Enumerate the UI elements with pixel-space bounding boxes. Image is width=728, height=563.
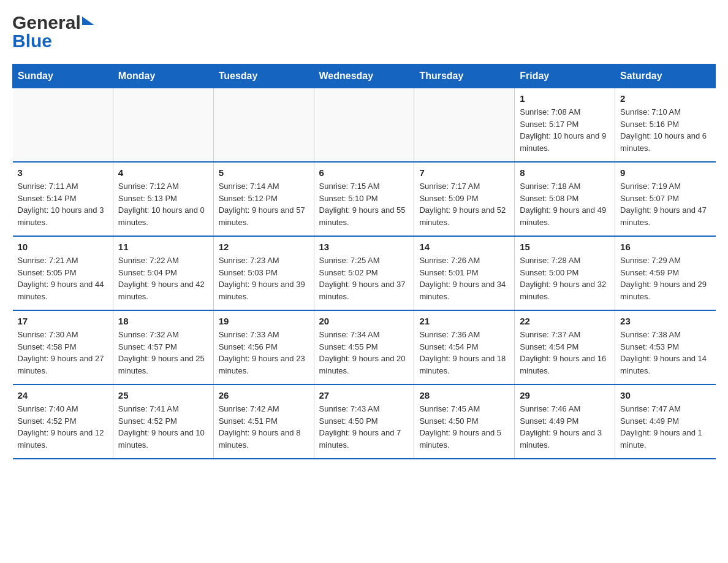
day-number: 24: [18, 390, 108, 400]
calendar-cell: 6Sunrise: 7:15 AMSunset: 5:10 PMDaylight…: [314, 162, 414, 236]
day-number: 23: [620, 316, 710, 326]
day-detail: Sunrise: 7:18 AMSunset: 5:08 PMDaylight:…: [520, 180, 610, 228]
day-number: 16: [620, 242, 710, 252]
day-detail: Sunrise: 7:22 AMSunset: 5:04 PMDaylight:…: [118, 255, 208, 302]
day-number: 25: [118, 390, 208, 400]
calendar-cell: 8Sunrise: 7:18 AMSunset: 5:08 PMDaylight…: [515, 162, 615, 236]
day-number: 12: [219, 242, 309, 252]
calendar-week-4: 17Sunrise: 7:30 AMSunset: 4:58 PMDayligh…: [13, 310, 716, 385]
calendar-cell: 29Sunrise: 7:46 AMSunset: 4:49 PMDayligh…: [515, 385, 615, 459]
calendar-table: SundayMondayTuesdayWednesdayThursdayFrid…: [12, 64, 716, 459]
header-saturday: Saturday: [615, 64, 716, 88]
day-detail: Sunrise: 7:46 AMSunset: 4:49 PMDaylight:…: [520, 403, 610, 451]
calendar-cell: 14Sunrise: 7:26 AMSunset: 5:01 PMDayligh…: [414, 236, 515, 310]
day-detail: Sunrise: 7:17 AMSunset: 5:09 PMDaylight:…: [419, 180, 509, 228]
calendar-cell: 9Sunrise: 7:19 AMSunset: 5:07 PMDaylight…: [615, 162, 716, 236]
day-number: 18: [118, 316, 208, 326]
calendar-header-row: SundayMondayTuesdayWednesdayThursdayFrid…: [13, 64, 716, 88]
day-number: 2: [620, 93, 710, 104]
header-friday: Friday: [515, 64, 615, 88]
calendar-cell: 2Sunrise: 7:10 AMSunset: 5:16 PMDaylight…: [615, 88, 716, 163]
svg-marker-0: [82, 17, 94, 25]
day-detail: Sunrise: 7:32 AMSunset: 4:57 PMDaylight:…: [118, 329, 208, 377]
day-number: 30: [620, 390, 710, 400]
day-number: 13: [319, 242, 409, 252]
calendar-cell: 3Sunrise: 7:11 AMSunset: 5:14 PMDaylight…: [13, 162, 113, 236]
header-sunday: Sunday: [13, 64, 113, 88]
header-thursday: Thursday: [414, 64, 515, 88]
day-detail: Sunrise: 7:29 AMSunset: 4:59 PMDaylight:…: [620, 255, 710, 302]
day-number: 20: [319, 316, 409, 326]
day-detail: Sunrise: 7:36 AMSunset: 4:54 PMDaylight:…: [419, 329, 509, 377]
day-number: 15: [520, 242, 610, 252]
calendar-week-3: 10Sunrise: 7:21 AMSunset: 5:05 PMDayligh…: [13, 236, 716, 310]
header-wednesday: Wednesday: [314, 64, 414, 88]
calendar-cell: 27Sunrise: 7:43 AMSunset: 4:50 PMDayligh…: [314, 385, 414, 459]
day-number: 19: [219, 316, 309, 326]
day-detail: Sunrise: 7:38 AMSunset: 4:53 PMDaylight:…: [620, 329, 710, 377]
calendar-week-1: 1Sunrise: 7:08 AMSunset: 5:17 PMDaylight…: [13, 88, 716, 163]
day-number: 26: [219, 390, 309, 400]
day-detail: Sunrise: 7:43 AMSunset: 4:50 PMDaylight:…: [319, 403, 409, 451]
calendar-cell: 13Sunrise: 7:25 AMSunset: 5:02 PMDayligh…: [314, 236, 414, 310]
calendar-cell: 22Sunrise: 7:37 AMSunset: 4:54 PMDayligh…: [515, 310, 615, 385]
calendar-cell: 17Sunrise: 7:30 AMSunset: 4:58 PMDayligh…: [13, 310, 113, 385]
calendar-cell: 28Sunrise: 7:45 AMSunset: 4:50 PMDayligh…: [414, 385, 515, 459]
day-detail: Sunrise: 7:26 AMSunset: 5:01 PMDaylight:…: [419, 255, 509, 302]
day-number: 11: [118, 242, 208, 252]
day-detail: Sunrise: 7:45 AMSunset: 4:50 PMDaylight:…: [419, 403, 509, 451]
day-detail: Sunrise: 7:28 AMSunset: 5:00 PMDaylight:…: [520, 255, 610, 302]
day-detail: Sunrise: 7:12 AMSunset: 5:13 PMDaylight:…: [118, 180, 208, 228]
day-number: 14: [419, 242, 509, 252]
day-detail: Sunrise: 7:10 AMSunset: 5:16 PMDaylight:…: [620, 106, 710, 154]
day-detail: Sunrise: 7:41 AMSunset: 4:52 PMDaylight:…: [118, 403, 208, 451]
day-number: 17: [18, 316, 108, 326]
header-monday: Monday: [113, 64, 213, 88]
day-detail: Sunrise: 7:37 AMSunset: 4:54 PMDaylight:…: [520, 329, 610, 377]
calendar-cell: 10Sunrise: 7:21 AMSunset: 5:05 PMDayligh…: [13, 236, 113, 310]
calendar-cell: 25Sunrise: 7:41 AMSunset: 4:52 PMDayligh…: [113, 385, 213, 459]
calendar-cell: 5Sunrise: 7:14 AMSunset: 5:12 PMDaylight…: [213, 162, 314, 236]
day-number: 6: [319, 167, 409, 178]
day-number: 9: [620, 167, 710, 178]
calendar-cell: 1Sunrise: 7:08 AMSunset: 5:17 PMDaylight…: [515, 88, 615, 163]
day-detail: Sunrise: 7:19 AMSunset: 5:07 PMDaylight:…: [620, 180, 710, 228]
logo-arrow-icon: [82, 17, 96, 30]
header-tuesday: Tuesday: [213, 64, 314, 88]
calendar-cell: 21Sunrise: 7:36 AMSunset: 4:54 PMDayligh…: [414, 310, 515, 385]
day-number: 29: [520, 390, 610, 400]
day-detail: Sunrise: 7:11 AMSunset: 5:14 PMDaylight:…: [18, 180, 108, 228]
day-detail: Sunrise: 7:34 AMSunset: 4:55 PMDaylight:…: [319, 329, 409, 377]
day-number: 21: [419, 316, 509, 326]
day-number: 1: [520, 93, 610, 104]
calendar-week-2: 3Sunrise: 7:11 AMSunset: 5:14 PMDaylight…: [13, 162, 716, 236]
day-number: 7: [419, 167, 509, 178]
day-number: 8: [520, 167, 610, 178]
day-detail: Sunrise: 7:08 AMSunset: 5:17 PMDaylight:…: [520, 106, 610, 154]
calendar-cell: 19Sunrise: 7:33 AMSunset: 4:56 PMDayligh…: [213, 310, 314, 385]
day-detail: Sunrise: 7:30 AMSunset: 4:58 PMDaylight:…: [18, 329, 108, 377]
calendar-cell: 12Sunrise: 7:23 AMSunset: 5:03 PMDayligh…: [213, 236, 314, 310]
calendar-cell: 24Sunrise: 7:40 AMSunset: 4:52 PMDayligh…: [13, 385, 113, 459]
calendar-cell: 4Sunrise: 7:12 AMSunset: 5:13 PMDaylight…: [113, 162, 213, 236]
day-detail: Sunrise: 7:33 AMSunset: 4:56 PMDaylight:…: [219, 329, 309, 377]
day-number: 22: [520, 316, 610, 326]
calendar-cell: 7Sunrise: 7:17 AMSunset: 5:09 PMDaylight…: [414, 162, 515, 236]
day-detail: Sunrise: 7:21 AMSunset: 5:05 PMDaylight:…: [18, 255, 108, 302]
day-detail: Sunrise: 7:25 AMSunset: 5:02 PMDaylight:…: [319, 255, 409, 302]
calendar-week-5: 24Sunrise: 7:40 AMSunset: 4:52 PMDayligh…: [13, 385, 716, 459]
calendar-cell: 30Sunrise: 7:47 AMSunset: 4:49 PMDayligh…: [615, 385, 716, 459]
calendar-cell: 23Sunrise: 7:38 AMSunset: 4:53 PMDayligh…: [615, 310, 716, 385]
day-detail: Sunrise: 7:40 AMSunset: 4:52 PMDaylight:…: [18, 403, 108, 451]
calendar-cell: 11Sunrise: 7:22 AMSunset: 5:04 PMDayligh…: [113, 236, 213, 310]
calendar-cell: 20Sunrise: 7:34 AMSunset: 4:55 PMDayligh…: [314, 310, 414, 385]
day-detail: Sunrise: 7:15 AMSunset: 5:10 PMDaylight:…: [319, 180, 409, 228]
calendar-cell: 18Sunrise: 7:32 AMSunset: 4:57 PMDayligh…: [113, 310, 213, 385]
calendar-cell: 15Sunrise: 7:28 AMSunset: 5:00 PMDayligh…: [515, 236, 615, 310]
logo-general-text: General: [12, 12, 81, 33]
calendar-cell: [113, 88, 213, 163]
day-number: 10: [18, 242, 108, 252]
logo: General Blue: [12, 12, 96, 52]
page-header: General Blue: [12, 12, 716, 52]
logo-blue-text: Blue: [12, 31, 96, 52]
